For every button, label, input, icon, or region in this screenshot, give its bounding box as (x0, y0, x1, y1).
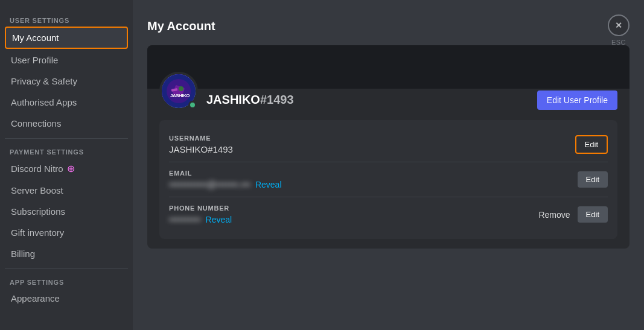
sidebar-item-authorised-apps[interactable]: Authorised Apps (5, 92, 128, 112)
sidebar-label-billing: Billing (11, 249, 35, 259)
email-reveal-button[interactable]: Reveal (255, 180, 282, 189)
sidebar-label-user-profile: User Profile (11, 55, 58, 65)
sidebar-item-my-account[interactable]: My Account (5, 27, 128, 49)
sidebar-item-appearance[interactable]: Appearance (5, 288, 128, 308)
sidebar-item-server-boost[interactable]: Server Boost (5, 180, 128, 200)
sidebar-label-my-account: My Account (12, 33, 59, 43)
username-text: JASHIKO (206, 93, 260, 106)
username-edit-button[interactable]: Edit (575, 135, 608, 154)
esc-button[interactable]: ✕ ESC (608, 14, 630, 46)
esc-circle: ✕ (608, 14, 630, 36)
sidebar-item-connections[interactable]: Connections (5, 113, 128, 133)
sidebar-label-gift-inventory: Gift inventory (11, 227, 64, 238)
sidebar-item-gift-inventory[interactable]: Gift inventory (5, 223, 128, 243)
sidebar-item-subscriptions[interactable]: Subscriptions (5, 201, 128, 221)
email-field-actions: Edit (578, 171, 608, 188)
profile-top: JASHIKO JASHIKO#1493 Edit User Profile (147, 72, 630, 110)
phone-reveal-button[interactable]: Reveal (206, 215, 232, 224)
edit-user-profile-button[interactable]: Edit User Profile (537, 90, 617, 110)
username-display: JASHIKO#1493 (206, 93, 294, 110)
fields-area: USERNAME JASHIKO#1493 Edit EMAIL •••••••… (159, 120, 617, 239)
sidebar-label-privacy-safety: Privacy & Safety (11, 76, 77, 86)
phone-label: PHONE NUMBER (169, 205, 232, 212)
profile-card: JASHIKO JASHIKO#1493 Edit User Profile U… (147, 45, 630, 249)
page-title: My Account (147, 19, 630, 33)
phone-edit-button[interactable]: Edit (578, 206, 608, 223)
phone-remove-button[interactable]: Remove (536, 208, 572, 222)
sidebar-label-discord-nitro: Discord Nitro (11, 163, 63, 174)
svg-text:JASHIKO: JASHIKO (170, 93, 190, 98)
sidebar-divider-2 (5, 268, 128, 269)
sidebar-label-authorised-apps: Authorised Apps (11, 97, 77, 107)
email-label: EMAIL (169, 170, 282, 177)
phone-field-row: PHONE NUMBER •••••••••• Reveal Remove Ed… (169, 197, 608, 232)
main-content: My Account JAS (133, 0, 644, 330)
discriminator-text: #1493 (260, 93, 294, 106)
user-settings-section-label: USER SETTINGS (5, 12, 128, 27)
email-edit-button[interactable]: Edit (578, 171, 608, 188)
sidebar: USER SETTINGS My Account User Profile Pr… (0, 0, 133, 330)
email-field-row: EMAIL ••••••••••••@•••••••.••• Reveal Ed… (169, 162, 608, 197)
email-field-left: EMAIL ••••••••••••@•••••••.••• Reveal (169, 170, 282, 189)
avatar-wrapper: JASHIKO (159, 72, 198, 110)
sidebar-divider-1 (5, 138, 128, 139)
sidebar-item-billing[interactable]: Billing (5, 244, 128, 264)
sidebar-label-server-boost: Server Boost (11, 185, 63, 195)
online-status-dot (188, 101, 197, 109)
username-field-actions: Edit (575, 135, 608, 154)
phone-field-left: PHONE NUMBER •••••••••• Reveal (169, 205, 232, 224)
phone-value-row: •••••••••• Reveal (169, 214, 232, 224)
phone-field-actions: Remove Edit (536, 206, 608, 223)
username-value: JASHIKO#1493 (169, 144, 233, 154)
payment-settings-section-label: PAYMENT SETTINGS (5, 144, 128, 158)
username-label: USERNAME (169, 135, 233, 142)
username-field-row: USERNAME JASHIKO#1493 Edit (169, 127, 608, 162)
phone-blurred-value: •••••••••• (169, 214, 201, 224)
email-blurred-value: ••••••••••••@•••••••.••• (169, 179, 250, 189)
sidebar-item-discord-nitro[interactable]: Discord Nitro ⊕ (5, 158, 128, 179)
sidebar-label-subscriptions: Subscriptions (11, 206, 65, 217)
svg-point-4 (179, 86, 183, 91)
username-field-left: USERNAME JASHIKO#1493 (169, 135, 233, 154)
profile-left: JASHIKO JASHIKO#1493 (159, 72, 294, 110)
nitro-icon: ⊕ (67, 163, 75, 174)
sidebar-item-privacy-safety[interactable]: Privacy & Safety (5, 71, 128, 91)
app-settings-section-label: APP SETTINGS (5, 274, 128, 288)
esc-label: ESC (611, 39, 626, 46)
sidebar-item-user-profile[interactable]: User Profile (5, 50, 128, 70)
email-value-row: ••••••••••••@•••••••.••• Reveal (169, 179, 282, 189)
sidebar-label-appearance: Appearance (11, 293, 60, 303)
sidebar-label-connections: Connections (11, 118, 61, 129)
